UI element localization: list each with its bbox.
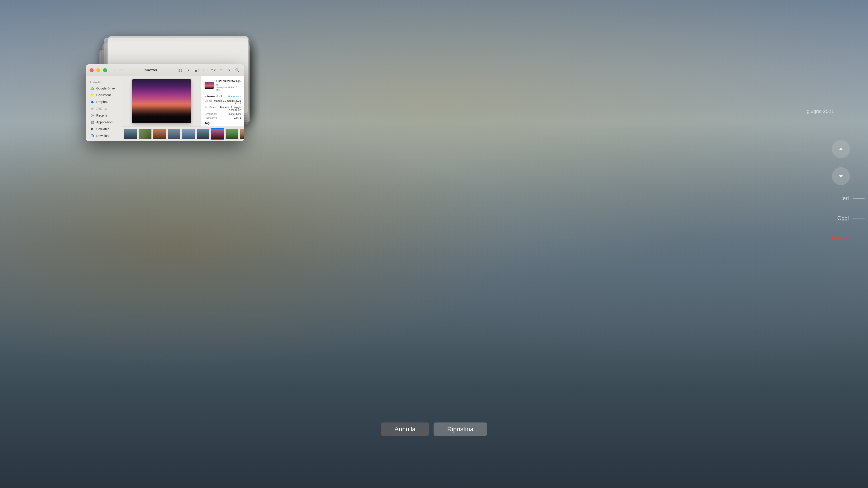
svg-rect-1 [181,69,182,70]
thumb-item-3[interactable] [153,128,166,140]
nav-arrow-up[interactable] [832,140,850,158]
svg-rect-0 [179,69,180,70]
modificato-row: Modificato Martedì 11 maggio 2021 12:37 [205,106,241,111]
minimize-button[interactable] [96,68,100,72]
file-name-info: 1620736203521.jpg Immagine JPEG · 3,2 MB [216,79,241,92]
creato-val: Martedì 11 maggio 2021 12:37 [214,99,241,105]
photo-image [132,79,191,123]
maximize-button[interactable] [103,68,107,72]
adesso-label: Adesso [831,235,849,241]
google-drive-icon [90,86,94,91]
view-grid-button[interactable] [177,67,184,73]
airdrop-label: AirDrop [96,107,107,110]
restore-button[interactable]: Ripristina [434,422,487,436]
ieri-label: Ieri [841,195,849,201]
thumb-item-9[interactable] [240,128,244,140]
forward-button[interactable]: › [119,68,124,73]
svg-rect-16 [92,123,94,124]
file-thumb-image [205,82,214,89]
share-button[interactable]: ↑ [193,67,200,73]
window-title: photos [127,68,175,72]
sidebar-item-documenti[interactable]: 📁 Documenti [87,92,121,98]
sidebar-item-dropbox[interactable]: Dropbox [87,98,121,105]
svg-rect-2 [179,70,180,72]
svg-rect-13 [91,121,92,122]
svg-rect-15 [91,123,92,124]
file-type: Immagine JPEG · 3,2 MB [216,86,241,92]
tag-section-title: Tag [205,121,241,125]
dimensioni-key: Dimensioni [205,112,217,115]
risoluzione-key: Risoluzione [205,116,217,119]
tag-button[interactable]: 🏷 [202,67,208,73]
tag-input[interactable]: Aggiungi tag... [205,125,241,127]
bottom-buttons: Annulla Ripristina [381,422,487,436]
thumb-item-8[interactable] [225,128,239,140]
cancel-button[interactable]: Annulla [381,422,429,436]
favorites-section-label: Preferiti [86,79,122,85]
thumb-item-7[interactable] [211,128,224,140]
sidebar-item-google-drive[interactable]: Google Drive [87,85,121,92]
thumb-item-4[interactable] [167,128,181,140]
sunset-photo [132,79,191,123]
alex-label: alex [96,141,102,141]
back-button[interactable]: ‹ [112,68,118,73]
scrivania-icon: 🖥 [90,127,94,131]
timeline-item-oggi[interactable]: Oggi [837,215,865,221]
finder-window: ‹ › photos ▾ ↑ 🏷 ☺▾ [86,64,244,141]
documenti-label: Documenti [96,93,112,97]
oggi-dash [853,218,865,219]
dropbox-icon [90,100,94,104]
dropbox-label: Dropbox [96,100,108,104]
risoluzione-row: Risoluzione 72×72 [205,116,241,119]
sidebar-item-scrivania[interactable]: 🖥 Scrivania [87,126,121,132]
search-button[interactable]: 🔍 [234,67,241,73]
dimensioni-val: 4000×3000 [228,112,241,115]
scrivania-label: Scrivania [96,127,110,131]
sidebar-item-download[interactable]: Download [87,132,121,139]
applicazioni-icon [90,120,94,125]
toolbar-controls: ▾ ↑ 🏷 ☺▾ ? ▾ 🔍 [177,67,241,73]
nav-buttons: ‹ › [112,68,124,73]
close-button[interactable] [90,68,94,72]
svg-point-11 [92,108,93,110]
ieri-dash [853,198,865,199]
thumbnail-strip [122,127,244,141]
sidebar-item-alex[interactable]: alex [87,139,121,141]
info-panel: 1620736203521.jpg Immagine JPEG · 3,2 MB… [201,76,244,127]
thumb-item-2[interactable] [138,128,152,140]
file-header: 1620736203521.jpg Immagine JPEG · 3,2 MB [205,79,241,92]
thumb-item-5[interactable] [182,128,195,140]
svg-rect-3 [181,70,182,72]
photo-preview-area [122,76,201,127]
modificato-key: Modificato [205,106,216,109]
thumb-item-1[interactable] [124,128,137,140]
creato-row: Creato Martedì 11 maggio 2021 12:37 [205,99,241,105]
dimensioni-row: Dimensioni 4000×3000 [205,112,241,115]
view-chevron-button[interactable]: ▾ [185,67,192,73]
sidebar-item-airdrop[interactable]: AirDrop [87,105,121,112]
finder-body: Preferiti Google Drive 📁 Documenti [86,76,244,141]
recenti-icon [90,113,94,118]
risoluzione-val: 72×72 [234,116,241,119]
help-button[interactable]: ? [218,67,224,73]
show-more-button[interactable]: Mostra altro [228,95,241,98]
sidebar-item-applicazioni[interactable]: Applicazioni [87,119,121,126]
sidebar: Preferiti Google Drive 📁 Documenti [86,76,122,141]
timeline-item-adesso[interactable]: Adesso [831,235,865,241]
alex-icon [90,140,94,141]
timeline-date: giugno 2021 [807,108,834,114]
timeline-labels: Ieri Oggi Adesso [831,195,868,241]
share-emoji-button[interactable]: ☺▾ [210,67,216,73]
file-name: 1620736203521.jpg [216,79,241,86]
file-thumbnail [205,82,214,89]
chevron-down-button[interactable]: ▾ [226,67,232,73]
timeline-item-ieri[interactable]: Ieri [841,195,865,201]
sidebar-item-recenti[interactable]: Recenti [87,112,121,119]
svg-rect-14 [92,121,94,122]
finder-titlebar: ‹ › photos ▾ ↑ 🏷 ☺▾ [86,64,244,76]
documenti-icon: 📁 [90,93,94,97]
recenti-label: Recenti [96,113,107,117]
nav-arrow-down[interactable] [832,167,850,185]
thumb-item-6[interactable] [196,128,210,140]
creato-key: Creato [205,99,212,102]
